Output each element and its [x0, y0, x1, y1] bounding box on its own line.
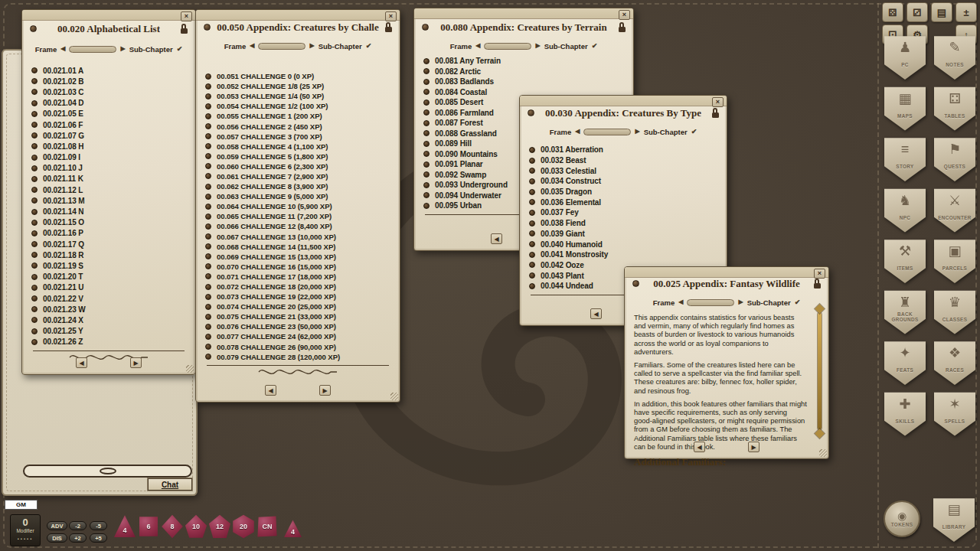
frame-slider[interactable] [484, 43, 531, 50]
chapter-link[interactable]: 00.078 CHALLENGE 26 (90,000 XP) [205, 342, 390, 352]
chapter-link[interactable]: 00.082 Arctic [423, 67, 624, 77]
chapter-link[interactable]: 00.021.21 U [31, 282, 186, 293]
chapter-link[interactable]: 00.066 CHALLENGE 12 (8,400 XP) [205, 221, 390, 231]
chapter-link[interactable]: 00.021.06 F [31, 119, 186, 130]
chapter-link[interactable]: 00.037 Fey [529, 207, 717, 218]
sidebar-button-tables[interactable]: ⚃ TABLES [933, 86, 976, 138]
frame-prev-icon[interactable]: ◀ [475, 43, 480, 49]
chapter-link[interactable]: 00.021.02 B [31, 76, 186, 86]
window-alphabetical-list[interactable]: × 00.020 Alphabetical List Frame ◀ ▶ Sub… [21, 9, 196, 375]
chapter-link[interactable]: 00.072 CHALLENGE 18 (20,000 XP) [205, 282, 390, 292]
chapter-link[interactable]: 00.069 CHALLENGE 15 (13,000 XP) [205, 252, 390, 262]
die-d4[interactable]: 4 [113, 514, 136, 539]
scrollbar[interactable] [818, 313, 822, 429]
frame-slider[interactable] [583, 129, 631, 135]
frame-slider[interactable] [69, 46, 116, 53]
sidebar-button-classes[interactable]: ♛ CLASSES [933, 290, 976, 341]
chapter-link[interactable]: 00.065 CHALLENGE 11 (7,200 XP) [205, 211, 390, 221]
chapter-link[interactable]: 00.054 CHALLENGE 1/2 (100 XP) [205, 101, 390, 111]
chapter-link[interactable]: 00.036 Elemental [529, 197, 717, 207]
sidebar-button-spells[interactable]: ✶ SPELLS [933, 392, 976, 443]
minus-5-button[interactable]: -5 [90, 521, 107, 530]
close-icon[interactable]: × [814, 269, 825, 279]
frame-next-icon[interactable]: ▶ [309, 43, 314, 49]
sidebar-button-story[interactable]: ≡ STORY [884, 137, 926, 188]
chapter-link[interactable]: 00.068 CHALLENGE 14 (11,500 XP) [205, 242, 390, 252]
chapter-link[interactable]: 00.058 CHALLENGE 4 (1,100 XP) [205, 142, 390, 152]
chapter-link[interactable]: 00.061 CHALLENGE 7 (2,900 XP) [205, 171, 390, 181]
chapter-link[interactable]: 00.041 Monstrosity [529, 249, 717, 260]
plus-minus-icon[interactable]: ± [956, 2, 977, 22]
page-prev-button[interactable]: ◀ [694, 442, 705, 452]
chapter-link[interactable]: 00.051 CHALLENGE 0 (0 XP) [205, 71, 390, 81]
chapter-link[interactable]: 00.064 CHALLENGE 10 (5,900 XP) [205, 201, 390, 211]
chapter-link[interactable]: 00.021.03 C [31, 86, 186, 97]
die-d10[interactable]: 10 [185, 514, 207, 539]
chapter-link[interactable]: 00.021.04 D [31, 98, 186, 109]
chapter-link[interactable]: 00.083 Badlands [423, 77, 624, 87]
chapter-link[interactable]: 00.021.17 Q [31, 239, 186, 249]
chapter-link[interactable]: 00.075 CHALLENGE 21 (33,000 XP) [205, 311, 390, 321]
dice-panel-icon[interactable]: ⚄ [882, 2, 903, 22]
chapter-link[interactable]: 00.038 Fiend [529, 218, 717, 229]
resize-grip-icon[interactable] [390, 393, 398, 400]
sidebar-button-items[interactable]: ⚒ ITEMS [884, 239, 926, 290]
lock-icon[interactable] [618, 22, 626, 33]
subchapter-check-icon[interactable]: ✔ [592, 42, 598, 50]
chapter-link[interactable]: 00.063 CHALLENGE 9 (5,000 XP) [205, 191, 390, 201]
cards-icon[interactable]: ▤ [931, 2, 952, 22]
die-d8[interactable]: 8 [161, 514, 184, 539]
chapter-link[interactable]: 00.032 Beast [529, 155, 717, 166]
identity-label[interactable]: GM [5, 500, 38, 510]
chapter-link[interactable]: 00.033 Celestial [529, 165, 717, 176]
frame-prev-icon[interactable]: ◀ [678, 299, 683, 305]
pin-icon[interactable] [422, 24, 429, 31]
page-prev-button[interactable]: ◀ [590, 308, 602, 319]
sidebar-button-library[interactable]: ▤ LIBRARY [933, 497, 975, 542]
chat-input[interactable] [23, 465, 192, 478]
die-d6[interactable]: 6 [137, 514, 160, 539]
dice-tower-icon[interactable]: ⚂ [906, 2, 928, 22]
sidebar-button-npc[interactable]: ♞ NPC [884, 188, 926, 240]
advantage-button[interactable]: ADV [47, 521, 67, 530]
chapter-link[interactable]: 00.021.01 A [31, 65, 186, 76]
chapter-link[interactable]: 00.059 CHALLENGE 5 (1,800 XP) [205, 152, 390, 161]
chapter-link[interactable]: 00.067 CHALLENGE 13 (10,000 XP) [205, 232, 390, 242]
subchapter-check-icon[interactable]: ✔ [366, 42, 372, 50]
lock-icon[interactable] [384, 22, 393, 33]
chapter-link[interactable]: 00.062 CHALLENGE 8 (3,900 XP) [205, 181, 390, 191]
chapter-link[interactable]: 00.070 CHALLENGE 16 (15,000 XP) [205, 262, 390, 272]
sidebar-button-parcels[interactable]: ▣ PARCELS [933, 239, 976, 290]
chapter-link[interactable]: 00.021.07 G [31, 130, 186, 141]
sidebar-button-skills[interactable]: ✚ SKILLS [884, 392, 926, 443]
page-next-button[interactable]: ▶ [748, 442, 760, 452]
frame-slider[interactable] [258, 43, 305, 50]
close-icon[interactable]: × [181, 11, 192, 21]
window-fantasy-wildlife[interactable]: × 00.025 Appendix: Fantasy Wildlife Fram… [624, 266, 829, 459]
chapter-link[interactable]: 00.055 CHALLENGE 1 (200 XP) [205, 111, 390, 121]
plus-2-button[interactable]: +2 [69, 533, 87, 543]
chapter-link[interactable]: 00.021.23 W [31, 304, 186, 315]
frame-prev-icon[interactable]: ◀ [575, 129, 580, 135]
lock-icon[interactable] [813, 279, 822, 289]
sidebar-button-quests[interactable]: ⚑ QUESTS [933, 137, 976, 188]
chapter-link[interactable]: 00.021.15 O [31, 217, 186, 228]
sidebar-button-feats[interactable]: ✦ FEATS [884, 341, 926, 392]
page-next-button[interactable]: ▶ [319, 385, 331, 396]
frame-prev-icon[interactable]: ◀ [250, 43, 254, 49]
page-prev-button[interactable]: ◀ [76, 357, 87, 368]
chapter-link[interactable]: 00.077 CHALLENGE 24 (62,000 XP) [205, 331, 390, 341]
frame-next-icon[interactable]: ▶ [738, 299, 743, 305]
chapter-link[interactable]: 00.021.16 P [31, 228, 186, 239]
sidebar-button-maps[interactable]: ▦ MAPS [884, 86, 926, 138]
resize-grip-icon[interactable] [186, 365, 194, 373]
modifier-stack[interactable]: 0 Modifier ••••• [10, 514, 41, 546]
chapter-link[interactable]: 00.053 CHALLENGE 1/4 (50 XP) [205, 91, 390, 101]
page-prev-button[interactable]: ◀ [265, 385, 276, 396]
lock-icon[interactable] [711, 108, 720, 119]
sidebar-button-tokens[interactable]: ◉ TOKENS [884, 500, 920, 537]
chapter-link[interactable]: 00.021.14 N [31, 206, 186, 217]
sidebar-button-pc[interactable]: ♟ PC [884, 35, 926, 86]
chapter-link[interactable]: 00.057 CHALLENGE 3 (700 XP) [205, 132, 390, 142]
minus-2-button[interactable]: -2 [69, 521, 87, 530]
